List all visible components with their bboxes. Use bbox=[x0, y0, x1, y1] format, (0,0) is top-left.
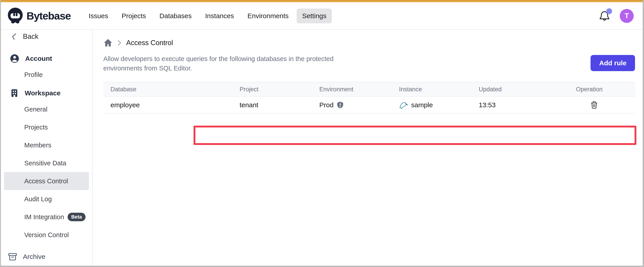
header-right: T bbox=[599, 9, 634, 23]
back-label: Back bbox=[23, 32, 38, 41]
col-header-project: Project bbox=[232, 86, 312, 93]
beta-badge: Beta bbox=[68, 213, 86, 221]
home-icon[interactable] bbox=[103, 38, 113, 47]
main-nav: Issues Projects Databases Instances Envi… bbox=[82, 8, 333, 23]
cell-environment: Prod bbox=[312, 101, 392, 109]
sidebar-item-archive[interactable]: Archive bbox=[8, 252, 45, 262]
bytebase-logo[interactable]: Bytebase bbox=[7, 7, 71, 24]
sidebar-item-projects[interactable]: Projects bbox=[1, 118, 92, 136]
nav-issues[interactable]: Issues bbox=[83, 8, 114, 23]
table-row: employee tenant Prod bbox=[103, 97, 635, 114]
avatar[interactable]: T bbox=[620, 9, 634, 23]
sidebar-item-profile[interactable]: Profile bbox=[1, 66, 92, 84]
user-icon bbox=[10, 54, 19, 63]
col-header-operation: Operation bbox=[569, 86, 635, 93]
trash-icon bbox=[590, 101, 598, 109]
notification-dot bbox=[606, 8, 612, 14]
window-top-strip bbox=[1, 0, 643, 2]
sidebar-section-workspace: Workspace bbox=[1, 86, 92, 100]
main-content: Access Control Allow developers to execu… bbox=[92, 30, 644, 265]
nav-databases[interactable]: Databases bbox=[154, 8, 197, 23]
breadcrumb: Access Control bbox=[103, 38, 635, 48]
sidebar-item-version-control[interactable]: Version Control bbox=[1, 226, 92, 244]
sidebar-item-members[interactable]: Members bbox=[1, 136, 92, 154]
shield-alert-icon bbox=[336, 101, 344, 109]
back-button[interactable]: Back bbox=[1, 31, 92, 42]
col-header-updated: Updated bbox=[472, 86, 569, 93]
notifications-button[interactable] bbox=[599, 10, 610, 22]
sidebar-item-audit-log[interactable]: Audit Log bbox=[1, 190, 92, 208]
breadcrumb-chevron-icon bbox=[117, 40, 122, 46]
page-title: Access Control bbox=[126, 39, 173, 47]
sidebar-item-access-control[interactable]: Access Control bbox=[4, 172, 89, 190]
sidebar-item-im-integration[interactable]: IM Integration Beta bbox=[1, 208, 92, 226]
top-navbar: Bytebase Issues Projects Databases Insta… bbox=[1, 2, 643, 30]
section-label: Account bbox=[25, 55, 52, 62]
add-rule-button[interactable]: Add rule bbox=[590, 55, 635, 71]
access-rules-table: Database Project Environment Instance Up… bbox=[103, 82, 635, 114]
nav-projects[interactable]: Projects bbox=[116, 8, 151, 23]
page-description: Allow developers to execute queries for … bbox=[103, 54, 373, 73]
table-header-row: Database Project Environment Instance Up… bbox=[103, 82, 635, 97]
section-label: Workspace bbox=[25, 89, 61, 97]
settings-sidebar: Back Account Profile bbox=[1, 30, 92, 265]
back-chevron-icon bbox=[11, 33, 17, 40]
sidebar-section-account: Account bbox=[1, 51, 92, 66]
col-header-environment: Environment bbox=[312, 86, 392, 93]
sidebar-item-general[interactable]: General bbox=[1, 100, 92, 118]
sidebar-item-sensitive-data[interactable]: Sensitive Data bbox=[1, 154, 92, 172]
bytebase-logo-icon bbox=[7, 7, 24, 24]
nav-environments[interactable]: Environments bbox=[242, 8, 294, 23]
col-header-instance: Instance bbox=[392, 86, 472, 93]
cell-updated: 13:53 bbox=[472, 101, 569, 109]
brand-name: Bytebase bbox=[26, 10, 71, 22]
nav-instances[interactable]: Instances bbox=[200, 8, 239, 23]
cell-project: tenant bbox=[232, 101, 312, 109]
delete-rule-button[interactable] bbox=[590, 101, 598, 109]
archive-icon bbox=[8, 252, 18, 262]
nav-settings[interactable]: Settings bbox=[297, 8, 332, 23]
sidebar-item-label: IM Integration bbox=[24, 213, 64, 221]
app-window: Bytebase Issues Projects Databases Insta… bbox=[0, 0, 644, 267]
red-highlight-annotation bbox=[194, 126, 636, 145]
col-header-database: Database bbox=[103, 86, 232, 93]
cell-instance: sample bbox=[392, 101, 472, 109]
cell-database: employee bbox=[103, 101, 232, 109]
mysql-icon bbox=[399, 101, 408, 109]
cell-operation bbox=[569, 101, 635, 109]
archive-label: Archive bbox=[23, 253, 45, 261]
building-icon bbox=[10, 89, 19, 98]
